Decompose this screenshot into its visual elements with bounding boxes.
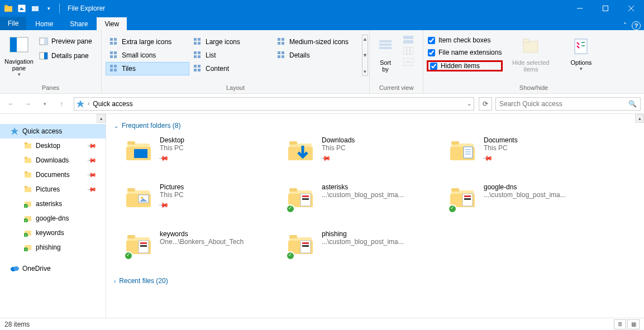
svg-rect-37 <box>282 55 284 58</box>
breadcrumb[interactable]: › Quick access ⌄ <box>74 97 474 111</box>
titlebar: ▾ File Explorer <box>0 0 644 17</box>
svg-rect-91 <box>451 141 459 145</box>
hidden-items-checkbox[interactable]: Hidden items <box>427 60 503 71</box>
sync-badge-icon <box>286 251 295 260</box>
preview-pane-button[interactable]: Preview pane <box>37 36 94 47</box>
layout-option-medium-sized-icons[interactable]: Medium-sized icons <box>273 35 357 49</box>
layout-option-small-icons[interactable]: Small icons <box>106 49 189 62</box>
close-button[interactable] <box>618 0 644 17</box>
back-button[interactable]: ← <box>3 96 19 112</box>
tab-file[interactable]: File <box>0 17 26 30</box>
folder-tile-keywords[interactable]: keywordsOne...\Bonkers_About_Tech <box>123 228 285 272</box>
sort-by-button[interactable]: Sort by <box>373 34 398 73</box>
svg-rect-15 <box>114 38 117 41</box>
tree-item-desktop[interactable]: Desktop📌 <box>0 138 106 153</box>
layout-option-content[interactable]: Content <box>189 62 273 75</box>
refresh-button[interactable]: ⟳ <box>479 97 492 111</box>
options-button[interactable]: Options ▾ <box>559 34 603 71</box>
scroll-up-icon[interactable]: ▲ <box>362 35 368 43</box>
frequent-folders-header[interactable]: ⌄ Frequent folders (8) <box>114 122 641 130</box>
group-panes: Navigation pane ▾ Preview pane Details p… <box>0 30 102 93</box>
svg-rect-44 <box>194 69 197 71</box>
scroll-expand-icon[interactable]: ▾ <box>362 68 368 75</box>
svg-rect-46 <box>379 40 392 42</box>
tile-sublabel: This PC <box>160 144 184 152</box>
size-columns-icon[interactable] <box>403 58 413 66</box>
collapse-ribbon-icon[interactable]: ˄ <box>621 21 629 30</box>
qat-dropdown-icon[interactable]: ▾ <box>44 3 54 13</box>
status-bar: 28 items ≣ ▦ <box>0 318 644 330</box>
folder-tile-phishing[interactable]: phishing...\custom_blog_post_ima... <box>285 228 447 272</box>
tab-share[interactable]: Share <box>62 17 96 30</box>
group-by-icon[interactable] <box>403 36 413 44</box>
layout-option-extra-large-icons[interactable]: Extra large icons <box>106 35 189 49</box>
group-layout-label: Layout <box>105 83 366 92</box>
svg-rect-30 <box>194 51 197 54</box>
help-icon[interactable]: ? <box>632 21 641 30</box>
tree-item-pictures[interactable]: Pictures📌 <box>0 182 106 197</box>
folder-tile-asterisks[interactable]: asterisks...\custom_blog_post_ima... <box>285 181 447 226</box>
tree-scroll-up[interactable]: ▴ <box>97 114 106 123</box>
folder-tile-google-dns[interactable]: google-dns...\custom_blog_post_ima... <box>447 181 609 226</box>
layout-option-details[interactable]: Details <box>273 49 357 62</box>
view-details-button[interactable]: ≣ <box>614 319 626 329</box>
layout-scroll[interactable]: ▲ ▼ ▾ <box>362 35 368 76</box>
pin-icon: 📌 <box>86 169 97 180</box>
pin-icon: 📌 <box>86 155 97 165</box>
tile-name: Downloads <box>322 136 355 144</box>
folder-tile-downloads[interactable]: DownloadsThis PC📌 <box>285 134 447 179</box>
layout-option-large-icons[interactable]: Large icons <box>189 35 273 49</box>
breadcrumb-location[interactable]: Quick access <box>93 100 132 108</box>
group-show-hide: Item check boxes File name extensions Hi… <box>423 30 644 93</box>
tree-item-phishing[interactable]: ✓phishing <box>0 240 106 255</box>
recent-files-header[interactable]: › Recent files (20) <box>114 277 641 285</box>
svg-rect-86 <box>134 149 147 158</box>
tile-sublabel: This PC <box>322 144 355 152</box>
folder-tile-documents[interactable]: DocumentsThis PC📌 <box>447 134 609 179</box>
tab-home[interactable]: Home <box>27 17 61 30</box>
content-scroll-up[interactable]: ▴ <box>635 114 644 123</box>
qat-newfolder-icon[interactable] <box>30 3 40 13</box>
svg-rect-112 <box>464 195 471 197</box>
view-large-button[interactable]: ▦ <box>627 319 640 329</box>
add-columns-icon[interactable] <box>403 47 413 55</box>
tree-onedrive[interactable]: OneDrive <box>0 261 106 276</box>
layout-option-tiles[interactable]: Tiles <box>106 62 189 75</box>
folder-tile-desktop[interactable]: DesktopThis PC📌 <box>123 134 285 179</box>
body: ▴ Quick access Desktop📌Downloads📌Documen… <box>0 114 644 318</box>
tree-quick-access[interactable]: Quick access <box>0 124 106 138</box>
svg-rect-40 <box>110 69 113 71</box>
folder-tiles: DesktopThis PC📌DownloadsThis PC📌Document… <box>109 134 641 272</box>
folder-tile-pictures[interactable]: PicturesThis PC📌 <box>123 181 285 226</box>
tab-view[interactable]: View <box>97 17 127 30</box>
up-button[interactable]: ↑ <box>54 96 69 112</box>
search-icon[interactable]: 🔍 <box>628 100 637 108</box>
navbar: ← → ▾ ↑ › Quick access ⌄ ⟳ 🔍 <box>0 94 644 114</box>
chevron-right-icon[interactable]: › <box>88 101 89 107</box>
navigation-pane-button[interactable]: Navigation pane ▾ <box>3 32 35 77</box>
search-input[interactable] <box>499 100 628 108</box>
quick-access-icon <box>77 100 84 108</box>
folder-icon <box>125 230 154 259</box>
tree-item-keywords[interactable]: ✓keywords <box>0 226 106 240</box>
minimize-button[interactable] <box>567 0 593 17</box>
forward-button[interactable]: → <box>20 96 36 112</box>
qat-properties-icon[interactable] <box>17 3 27 13</box>
svg-rect-49 <box>403 36 413 39</box>
layout-option-list[interactable]: List <box>189 49 273 62</box>
group-layout: Extra large iconsLarge iconsMedium-sized… <box>102 30 370 93</box>
tree-item-downloads[interactable]: Downloads📌 <box>0 153 106 168</box>
tree-item-google-dns[interactable]: ✓google-dns <box>0 211 106 226</box>
file-extensions-checkbox[interactable]: File name extensions <box>427 48 503 57</box>
search-box[interactable]: 🔍 <box>495 97 641 111</box>
maximize-button[interactable] <box>593 0 618 17</box>
breadcrumb-dropdown-icon[interactable]: ⌄ <box>467 101 471 107</box>
tile-sublabel: ...\custom_blog_post_ima... <box>484 191 566 199</box>
recent-locations-button[interactable]: ▾ <box>37 96 53 112</box>
tree-item-asterisks[interactable]: ✓asterisks <box>0 197 106 211</box>
tree-item-documents[interactable]: Documents📌 <box>0 168 106 182</box>
item-checkboxes-checkbox[interactable]: Item check boxes <box>427 36 503 45</box>
content-pane: ▴ ⌄ Frequent folders (8) DesktopThis PC📌… <box>106 114 644 318</box>
scroll-down-icon[interactable]: ▼ <box>362 51 368 59</box>
details-pane-button[interactable]: Details pane <box>37 50 94 61</box>
